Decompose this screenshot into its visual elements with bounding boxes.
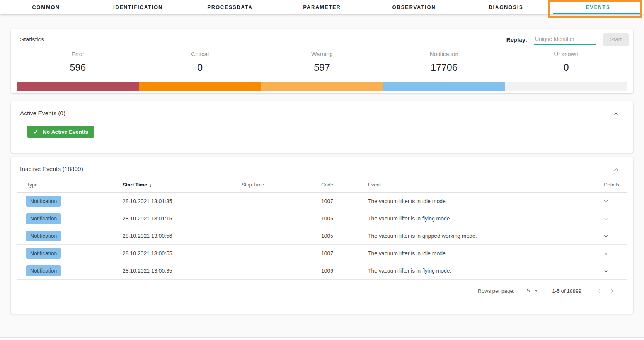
code-cell: 1006 xyxy=(321,268,368,274)
table-row: Notification 28.10.2021 13:00:56 1005 Th… xyxy=(17,227,627,245)
check-icon: ✓ xyxy=(33,128,38,136)
event-type-badge: Notification xyxy=(26,265,61,276)
tab-label: COMMON xyxy=(32,4,60,10)
type-cell: Notification xyxy=(17,265,123,276)
details-cell xyxy=(584,267,627,275)
replay-label: Replay: xyxy=(506,36,527,43)
next-page-button[interactable] xyxy=(605,284,619,298)
previous-page-button[interactable] xyxy=(591,284,605,298)
chevron-up-icon xyxy=(613,168,619,174)
event-cell: The vacuum lifter is in flying mode. xyxy=(368,215,584,222)
column-header-type[interactable]: Type xyxy=(17,182,123,188)
event-type-badge: Notification xyxy=(26,231,61,241)
expand-details-button[interactable] xyxy=(601,197,610,206)
rows-per-page-value: 5 xyxy=(527,288,530,294)
tab-label: OBSERVATION xyxy=(392,4,436,10)
table-row: Notification 28.10.2021 13:00:35 1006 Th… xyxy=(17,262,627,280)
active-events-title: Active Events (0) xyxy=(20,110,65,116)
stat-label: Notification xyxy=(383,51,505,57)
start-time-cell: 28.10.2021 13:01:35 xyxy=(123,198,242,204)
replay-start-button[interactable]: Start xyxy=(603,33,629,46)
details-cell xyxy=(584,214,627,223)
column-header-code[interactable]: Code xyxy=(321,182,368,188)
stat-value: 0 xyxy=(139,62,261,73)
tab-identification[interactable]: IDENTIFICATION xyxy=(92,0,184,14)
no-active-events-label: No Active Event/s xyxy=(43,129,88,135)
events-table: Type Start Time ↓ Stop Time Code Event D… xyxy=(17,177,627,280)
inactive-events-collapse-button[interactable] xyxy=(612,166,620,173)
type-cell: Notification xyxy=(17,248,123,259)
event-cell: The vacuum lifter is in idle mode xyxy=(368,250,584,256)
code-cell: 1005 xyxy=(321,233,368,239)
pagination-bar: Rows per page: 5 1-5 of 18899 xyxy=(11,280,633,302)
type-cell: Notification xyxy=(17,231,123,241)
expand-details-button[interactable] xyxy=(601,232,610,241)
tab-diagnosis[interactable]: DIAGNOSIS xyxy=(460,0,552,14)
replay-controls: Replay: Start xyxy=(506,33,629,46)
start-time-cell: 28.10.2021 13:00:56 xyxy=(123,233,242,239)
tab-label: DIAGNOSIS xyxy=(489,4,523,10)
chevron-down-icon xyxy=(603,234,609,240)
rows-per-page-label: Rows per page: xyxy=(478,288,515,294)
chevron-up-icon xyxy=(613,112,619,118)
stat-bar-segment-critical xyxy=(139,82,261,91)
active-events-card: Active Events (0) ✓ No Active Event/s xyxy=(11,101,633,153)
stat-column-warning: Warning 597 xyxy=(261,48,383,80)
main-content: Statistics Replay: Start Error 596 Criti… xyxy=(0,14,644,314)
stat-label: Unknown xyxy=(505,51,627,57)
stat-value: 0 xyxy=(505,62,627,73)
tab-common[interactable]: COMMON xyxy=(0,0,92,14)
replay-identifier-input[interactable] xyxy=(534,34,596,45)
chevron-right-icon xyxy=(609,288,616,294)
statistics-title: Statistics xyxy=(20,36,44,43)
no-active-events-badge: ✓ No Active Event/s xyxy=(27,126,94,138)
statistics-card: Statistics Replay: Start Error 596 Criti… xyxy=(11,29,633,93)
tab-parameter[interactable]: PARAMETER xyxy=(276,0,368,14)
tab-label: IDENTIFICATION xyxy=(113,4,163,10)
stat-column-notification: Notification 17706 xyxy=(383,48,505,80)
tab-observation[interactable]: OBSERVATION xyxy=(368,0,460,14)
tab-label: PROCESSDATA xyxy=(207,4,253,10)
stat-bar-segment-notification xyxy=(383,82,505,91)
stat-value: 597 xyxy=(261,62,383,73)
type-cell: Notification xyxy=(17,196,123,207)
expand-details-button[interactable] xyxy=(601,249,610,258)
column-header-stop-time[interactable]: Stop Time xyxy=(242,182,321,188)
event-type-badge: Notification xyxy=(26,213,61,224)
stat-value: 596 xyxy=(17,62,139,73)
stat-column-critical: Critical 0 xyxy=(139,48,261,80)
stat-column-error: Error 596 xyxy=(17,48,139,80)
code-cell: 1007 xyxy=(321,198,368,204)
active-events-collapse-button[interactable] xyxy=(612,110,620,118)
statistics-header: Statistics Replay: Start xyxy=(11,29,633,48)
tab-events[interactable]: EVENTS xyxy=(552,0,644,14)
tab-bar: COMMON IDENTIFICATION PROCESSDATA PARAME… xyxy=(0,0,644,14)
chevron-down-icon xyxy=(603,269,609,275)
stat-label: Warning xyxy=(261,51,383,57)
stat-value: 17706 xyxy=(383,62,505,73)
column-header-event[interactable]: Event xyxy=(368,182,584,188)
stat-label: Critical xyxy=(139,51,261,57)
expand-details-button[interactable] xyxy=(601,267,610,275)
events-table-header: Type Start Time ↓ Stop Time Code Event D… xyxy=(17,177,627,193)
bottom-divider xyxy=(0,337,644,340)
inactive-events-card: Inactive Events (18899) Type Start Time … xyxy=(11,157,633,314)
table-row: Notification 28.10.2021 13:01:35 1007 Th… xyxy=(17,193,627,210)
start-time-cell: 28.10.2021 13:01:15 xyxy=(123,215,242,222)
start-time-header-label: Start Time xyxy=(123,182,147,188)
table-row: Notification 28.10.2021 13:01:15 1006 Th… xyxy=(17,210,627,227)
event-cell: The vacuum lifter is in flying mode. xyxy=(368,268,584,274)
column-header-start-time[interactable]: Start Time ↓ xyxy=(123,182,242,188)
tab-label: EVENTS xyxy=(586,4,610,10)
event-type-badge: Notification xyxy=(26,196,61,207)
stat-bar-segment-warning xyxy=(261,82,383,91)
column-header-details: Details xyxy=(584,182,627,188)
pagination-range: 1-5 of 18899 xyxy=(552,288,581,294)
stat-column-unknown: Unknown 0 xyxy=(505,48,627,80)
tab-processdata[interactable]: PROCESSDATA xyxy=(184,0,276,14)
code-cell: 1006 xyxy=(321,215,368,222)
expand-details-button[interactable] xyxy=(601,214,610,223)
rows-per-page-select[interactable]: 5 xyxy=(524,286,540,296)
inactive-events-title: Inactive Events (18899) xyxy=(11,166,83,173)
start-time-cell: 28.10.2021 13:00:35 xyxy=(123,268,242,274)
